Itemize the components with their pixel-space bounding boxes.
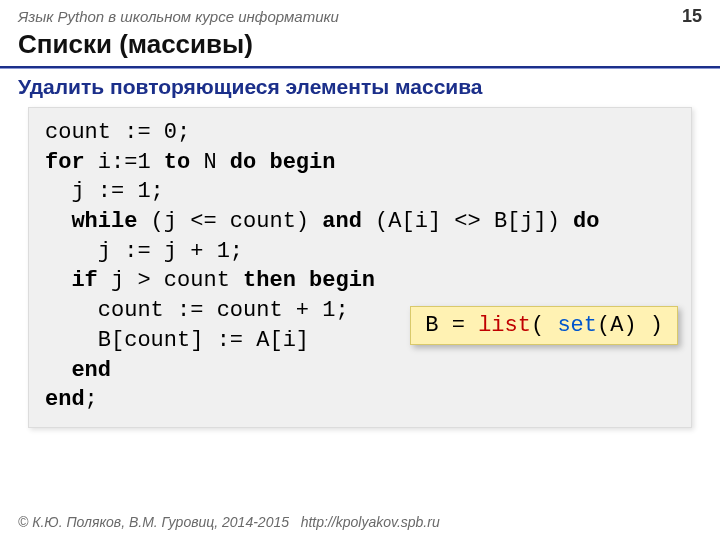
title-divider bbox=[0, 66, 720, 69]
copyright: © К.Ю. Поляков, В.М. Гуровиц, 2014-2015 bbox=[18, 514, 289, 530]
footer: © К.Ю. Поляков, В.М. Гуровиц, 2014-2015 … bbox=[18, 514, 440, 530]
footer-url: http://kpolyakov.spb.ru bbox=[301, 514, 440, 530]
slide-subtitle: Удалить повторяющиеся элементы массива bbox=[0, 75, 720, 107]
pascal-code: count := 0; for i:=1 to N do begin j := … bbox=[28, 107, 692, 428]
page-number: 15 bbox=[682, 6, 702, 27]
python-callout: B = list( set(A) ) bbox=[410, 306, 678, 345]
slide-title: Списки (массивы) bbox=[0, 27, 720, 66]
course-name: Язык Python в школьном курсе информатики bbox=[18, 8, 339, 25]
